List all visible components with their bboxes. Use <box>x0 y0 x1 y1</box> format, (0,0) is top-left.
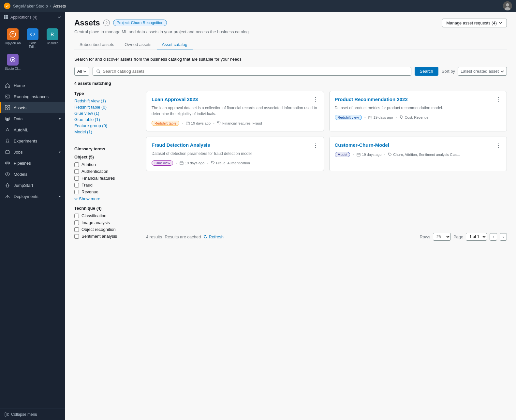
manage-asset-requests-button[interactable]: Manage asset requests (4) <box>442 19 507 27</box>
svg-rect-6 <box>4 17 6 19</box>
experiments-icon <box>5 138 10 144</box>
filter-checkbox-financial[interactable] <box>74 176 79 181</box>
asset-menu-icon-2[interactable]: ⋮ <box>495 97 501 102</box>
filter-type-glue-table[interactable]: Glue table (1) <box>74 117 140 122</box>
sidebar-footer: Collapse menu <box>0 409 65 420</box>
collapse-menu-btn[interactable]: Collapse menu <box>5 412 61 417</box>
asset-title-loan[interactable]: Loan Approval 2023 <box>152 97 198 102</box>
collapse-apps-icon[interactable] <box>57 15 61 19</box>
filter-checkbox-fraud[interactable] <box>74 183 79 188</box>
search-type-value: All <box>77 69 82 74</box>
filter-checkbox-object-recognition[interactable] <box>74 227 79 232</box>
asset-menu-icon-4[interactable]: ⋮ <box>495 142 501 148</box>
sidebar-item-label-jobs: Jobs <box>14 150 22 155</box>
asset-title-fraud[interactable]: Fraud Detection Analysis <box>152 142 210 148</box>
asset-date-churn: 19 days ago <box>357 153 381 157</box>
asset-card-product-recommendation[interactable]: Product Recommendation 2022 ⋮ Dataset of… <box>329 91 507 131</box>
asset-title-product[interactable]: Product Recommendation 2022 <box>335 97 408 102</box>
user-avatar[interactable] <box>503 1 512 10</box>
filter-object-attrition: Attrition <box>74 162 140 167</box>
svg-rect-53 <box>357 153 360 156</box>
page-prev-btn[interactable]: ‹ <box>490 233 497 241</box>
filter-label-sentiment-analysis: Sentiment analysis <box>81 234 117 239</box>
svg-point-13 <box>6 96 7 97</box>
meta-dot-3a: • <box>176 161 177 165</box>
sidebar-item-label-models: Models <box>14 172 27 177</box>
main-content: Assets ? Project: Churn Recognition Mana… <box>65 12 516 420</box>
filter-type-glue-view[interactable]: Glue view (1) <box>74 111 140 116</box>
sidebar-item-label-assets: Assets <box>14 105 26 110</box>
tab-subscribed-assets[interactable]: Subscribed assets <box>74 39 119 50</box>
sidebar-item-experiments[interactable]: Experiments <box>0 135 65 146</box>
svg-rect-32 <box>5 412 6 416</box>
search-button[interactable]: Search <box>415 67 438 76</box>
asset-desc-product: Dataset of product metrics for product r… <box>335 105 502 111</box>
filter-technique-object-recognition: Object recognition <box>74 227 140 232</box>
app-code-editor[interactable]: Code Edi... <box>23 26 42 51</box>
asset-badge-churn: Model <box>335 152 350 157</box>
sidebar-item-deployments[interactable]: Deployments ▾ <box>0 191 65 202</box>
asset-title-churn[interactable]: Customer-Churn-Model <box>335 142 390 148</box>
filter-checkbox-sentiment-analysis[interactable] <box>74 234 79 239</box>
filter-type-redshift-table[interactable]: Redshift table (0) <box>74 105 140 110</box>
page-title-row: Assets ? Project: Churn Recognition <box>74 18 167 27</box>
asset-card-fraud-detection[interactable]: Fraud Detection Analysis ⋮ Dataset of de… <box>146 137 324 171</box>
sidebar-item-pipelines[interactable]: Pipelines <box>0 158 65 169</box>
filter-type-model[interactable]: Model (1) <box>74 129 140 134</box>
sidebar-item-jobs[interactable]: Jobs ▾ <box>0 146 65 158</box>
filter-checkbox-authentication[interactable] <box>74 169 79 174</box>
tab-owned-assets[interactable]: Owned assets <box>119 39 156 50</box>
asset-card-loan-approval[interactable]: Loan Approval 2023 ⋮ The loan approval d… <box>146 91 324 131</box>
breadcrumb-parent[interactable]: SageMaker Studio <box>13 4 48 8</box>
asset-menu-icon-1[interactable]: ⋮ <box>313 97 318 102</box>
refresh-label: Refresh <box>209 234 224 239</box>
show-more-btn[interactable]: Show more <box>74 196 140 201</box>
tag-icon-1 <box>217 121 221 125</box>
search-type-select[interactable]: All <box>74 67 89 76</box>
svg-point-27 <box>7 161 8 162</box>
help-icon[interactable]: ? <box>103 20 110 26</box>
tag-icon-2 <box>400 115 404 119</box>
page-description: Central place to manage ML and data asse… <box>74 29 507 34</box>
filter-type-redshift-view[interactable]: Redshift view (1) <box>74 98 140 103</box>
sidebar-item-models[interactable]: Models <box>0 169 65 180</box>
sidebar-item-data[interactable]: Data ▾ <box>0 113 65 124</box>
filter-label-authentication: Authentication <box>81 169 108 174</box>
data-icon <box>5 116 10 122</box>
assets-icon <box>5 105 10 111</box>
sidebar-item-automl[interactable]: AutoML <box>0 124 65 135</box>
rows-label: Rows <box>420 234 430 239</box>
app-jupyterlab[interactable]: JupyterLab <box>3 26 22 51</box>
breadcrumb-separator: › <box>50 4 51 8</box>
tab-asset-catalog[interactable]: Asset catalog <box>157 39 193 50</box>
filter-checkbox-attrition[interactable] <box>74 162 79 167</box>
filter-checkbox-revenue[interactable] <box>74 190 79 194</box>
asset-meta-churn: Model • 19 days ago • Churn, Attrition, … <box>335 152 502 157</box>
catalog-description: Search for and discover assets from the … <box>74 57 507 62</box>
sidebar-item-label-home: Home <box>14 83 25 88</box>
page-next-btn[interactable]: › <box>500 233 507 241</box>
asset-menu-icon-3[interactable]: ⋮ <box>313 142 318 148</box>
sidebar-item-jumpstart[interactable]: JumpStart <box>0 180 65 191</box>
filter-checkbox-classification[interactable] <box>74 214 79 218</box>
app-studio-classic[interactable]: Studio Cl... <box>3 52 22 72</box>
search-input[interactable] <box>103 69 407 74</box>
svg-rect-18 <box>5 108 7 110</box>
svg-point-25 <box>8 162 10 164</box>
asset-card-customer-churn[interactable]: Customer-Churn-Model ⋮ Model • 19 days a… <box>329 137 507 171</box>
rows-select[interactable]: 25 50 100 <box>433 233 451 241</box>
filter-checkbox-image-analysis[interactable] <box>74 220 79 225</box>
show-more-label: Show more <box>79 196 100 201</box>
asset-badge-loan: Redshift table <box>152 121 179 126</box>
refresh-link[interactable]: Refresh <box>203 234 224 239</box>
search-icon <box>96 69 101 74</box>
page-select[interactable]: 1 of 1 <box>466 233 487 241</box>
sidebar-item-assets[interactable]: Assets <box>0 102 65 113</box>
sidebar-item-running-instances[interactable]: Running instances <box>0 91 65 102</box>
filter-type-feature-group[interactable]: Feature group (0) <box>74 123 140 128</box>
deployments-expand-icon: ▾ <box>59 195 61 198</box>
svg-rect-16 <box>5 105 7 107</box>
app-rstudio[interactable]: R RStudio <box>43 26 62 51</box>
sort-select[interactable]: Latest created asset <box>458 67 507 76</box>
sidebar-item-home[interactable]: Home <box>0 80 65 91</box>
